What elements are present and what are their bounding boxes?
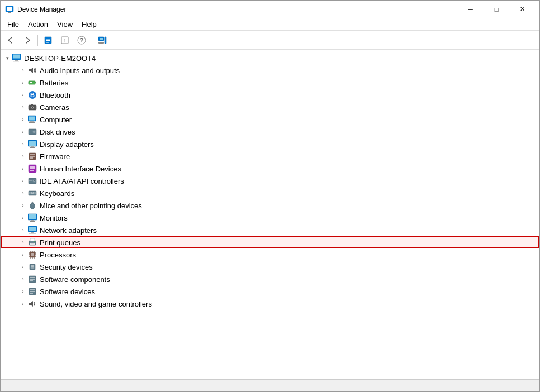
svg-rect-65 — [29, 214, 36, 219]
tree-item-cameras[interactable]: › Cameras — [1, 101, 539, 113]
root-expand-arrow: ▾ — [3, 54, 12, 63]
svg-rect-44 — [30, 157, 33, 159]
print-expand: › — [18, 238, 27, 247]
batteries-label: Batteries — [40, 79, 68, 87]
tree-item-software-comp[interactable]: › Software components — [1, 273, 539, 285]
back-button[interactable] — [3, 33, 18, 47]
menu-action[interactable]: Action — [23, 19, 53, 30]
svg-rect-97 — [30, 279, 35, 280]
security-expand: › — [18, 262, 27, 271]
menu-view[interactable]: View — [53, 19, 77, 30]
security-icon — [27, 262, 37, 272]
svg-rect-31 — [30, 121, 34, 122]
properties-button[interactable] — [40, 33, 56, 47]
svg-rect-19 — [13, 61, 19, 61]
device-tree[interactable]: ▾ DESKTOP-EM2OOT4 › — [1, 50, 539, 379]
tree-item-firmware[interactable]: › Firmware — [1, 150, 539, 162]
ide-icon — [27, 176, 37, 186]
svg-rect-48 — [30, 170, 34, 171]
toolbar: ↑ ? — [1, 31, 539, 50]
monitors-icon — [27, 213, 37, 223]
svg-point-63 — [32, 202, 33, 204]
help-button[interactable]: ? — [74, 33, 89, 47]
svg-rect-75 — [31, 243, 34, 244]
toolbar-sep-1 — [37, 35, 38, 46]
network-icon — [27, 225, 37, 235]
cameras-expand: › — [18, 103, 27, 112]
svg-rect-79 — [31, 253, 34, 256]
svg-text:↑: ↑ — [64, 37, 67, 44]
forward-button[interactable] — [20, 33, 35, 47]
svg-rect-28 — [31, 104, 33, 106]
close-button[interactable]: ✕ — [509, 1, 535, 18]
firmware-icon — [27, 151, 37, 161]
disk-label: Disk drives — [40, 128, 75, 136]
tree-item-disk[interactable]: › Disk drives — [1, 126, 539, 138]
svg-rect-66 — [31, 220, 34, 221]
hid-icon — [27, 164, 37, 174]
tree-item-monitors[interactable]: › Monitors — [1, 212, 539, 224]
svg-rect-74 — [30, 243, 35, 245]
svg-rect-76 — [31, 245, 34, 245]
software-comp-icon — [27, 274, 37, 284]
svg-rect-14 — [98, 42, 104, 44]
toolbar-sep-2 — [92, 35, 92, 46]
tree-item-display[interactable]: › Display adapters — [1, 138, 539, 150]
menu-help[interactable]: Help — [77, 19, 101, 30]
print-label: Print queues — [40, 238, 80, 247]
tree-item-network[interactable]: › Network adapters — [1, 224, 539, 236]
svg-rect-6 — [46, 40, 50, 41]
monitors-label: Monitors — [40, 214, 68, 222]
tree-item-sound[interactable]: › Sound, video and game controllers — [1, 298, 539, 310]
tree-item-ide[interactable]: › IDE ATA/ATAPI controllers — [1, 175, 539, 187]
svg-rect-69 — [29, 227, 36, 231]
hid-expand: › — [18, 164, 27, 173]
svg-rect-22 — [30, 82, 32, 83]
menu-file[interactable]: File — [3, 19, 23, 30]
svg-rect-52 — [29, 180, 32, 181]
tree-item-software-dev[interactable]: › Software devices — [1, 285, 539, 298]
tree-item-hid[interactable]: › Human Interface Devices — [1, 162, 539, 175]
display-expand: › — [18, 140, 27, 149]
tree-item-audio[interactable]: › Audio inputs and outputs — [1, 64, 539, 77]
window-controls: ─ □ ✕ — [458, 1, 535, 18]
tree-item-security[interactable]: › Security devices — [1, 261, 539, 273]
computer-expand: › — [18, 115, 27, 124]
bluetooth-expand: › — [18, 90, 27, 99]
display-label: Display adapters — [40, 140, 94, 149]
svg-rect-39 — [31, 146, 34, 147]
computer-label: Computer — [40, 116, 72, 124]
ide-label: IDE ATA/ATAPI controllers — [40, 177, 124, 185]
sound-label: Sound, video and game controllers — [40, 300, 152, 308]
tree-item-keyboards[interactable]: › Keyboards — [1, 187, 539, 199]
mice-icon — [27, 200, 37, 211]
update-driver-button[interactable]: ↑ — [57, 33, 73, 47]
menu-bar: File Action View Help — [1, 18, 539, 31]
maximize-button[interactable]: □ — [484, 1, 509, 18]
disk-icon — [27, 127, 37, 137]
svg-rect-3 — [7, 13, 12, 13]
tree-item-print[interactable]: › Print queues — [1, 236, 539, 248]
title-bar: Device Manager ─ □ ✕ — [1, 1, 539, 18]
cameras-icon — [27, 102, 37, 112]
cameras-label: Cameras — [40, 103, 69, 112]
svg-rect-60 — [35, 193, 36, 194]
tree-item-processors[interactable]: › — [1, 248, 539, 261]
tree-item-bluetooth[interactable]: › B Bluetooth — [1, 89, 539, 101]
audio-icon — [27, 65, 37, 75]
audio-expand: › — [18, 66, 27, 75]
minimize-button[interactable]: ─ — [458, 1, 484, 18]
tree-root[interactable]: ▾ DESKTOP-EM2OOT4 — [1, 52, 539, 64]
tree-item-mice[interactable]: › Mice and other pointing devices — [1, 199, 539, 212]
tree-item-batteries[interactable]: › Batteries — [1, 77, 539, 89]
tree-item-computer[interactable]: › Computer — [1, 113, 539, 126]
root-computer-icon — [12, 53, 22, 63]
svg-rect-7 — [46, 42, 49, 43]
processors-icon — [27, 250, 37, 260]
svg-point-77 — [34, 241, 35, 242]
sound-expand: › — [18, 299, 27, 308]
ide-expand: › — [18, 176, 27, 185]
security-label: Security devices — [40, 263, 93, 271]
device-manager-view-button[interactable] — [94, 33, 110, 47]
svg-rect-46 — [30, 166, 35, 168]
